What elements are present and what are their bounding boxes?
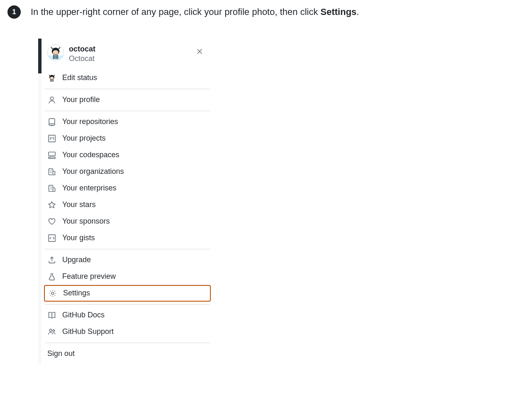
displayname: Octocat	[69, 54, 190, 63]
profile-menu-header: octocat Octocat	[41, 43, 213, 67]
menu-item-label: Your profile	[62, 95, 100, 104]
svg-point-2	[53, 50, 59, 54]
menu-item-label: Your codespaces	[62, 151, 119, 159]
username: octocat	[69, 44, 190, 54]
code-square-icon	[47, 234, 56, 243]
heart-icon	[47, 217, 56, 226]
repo-icon	[47, 117, 56, 127]
menu-item-label: Your organizations	[62, 167, 124, 176]
menu-item-your-gists[interactable]: Your gists	[41, 230, 213, 246]
svg-point-28	[49, 329, 52, 331]
upload-icon	[47, 256, 56, 265]
menu-item-label: Your sponsors	[62, 217, 110, 226]
svg-point-13	[51, 77, 51, 78]
step-text: In the upper-right corner of any page, c…	[31, 5, 359, 19]
person-icon	[47, 95, 56, 105]
menu-item-your-repositories[interactable]: Your repositories	[41, 114, 213, 130]
menu-item-github-docs[interactable]: GitHub Docs	[41, 307, 213, 324]
svg-rect-18	[53, 79, 54, 82]
menu-item-upgrade[interactable]: Upgrade	[41, 252, 213, 268]
svg-point-12	[50, 77, 54, 79]
organization-icon	[47, 184, 56, 193]
octocat-icon	[47, 73, 56, 83]
profile-menu-panel: octocat Octocat	[41, 39, 213, 364]
svg-point-27	[51, 292, 54, 295]
step-text-bold: Settings	[320, 7, 356, 17]
svg-rect-23	[49, 157, 55, 158]
star-icon	[47, 200, 56, 210]
close-button[interactable]	[195, 47, 204, 56]
menu-item-edit-status[interactable]: Edit status	[41, 70, 213, 86]
menu-item-your-profile[interactable]: Your profile	[41, 92, 213, 108]
menu-item-your-projects[interactable]: Your projects	[41, 130, 213, 147]
menu-item-label: Your stars	[62, 200, 95, 209]
profile-menu-screenshot: octocat Octocat	[38, 39, 525, 364]
menu-item-your-enterprises[interactable]: Your enterprises	[41, 180, 213, 197]
svg-rect-20	[49, 119, 55, 125]
menu-item-label: Edit status	[62, 73, 97, 82]
svg-rect-24	[49, 168, 53, 175]
screenshot-left-rail	[38, 39, 41, 364]
menu-item-label: Your repositories	[62, 117, 118, 126]
menu-item-label: GitHub Support	[62, 327, 114, 336]
menu-item-your-codespaces[interactable]: Your codespaces	[41, 147, 213, 163]
user-names: octocat Octocat	[69, 44, 190, 64]
step-text-after: .	[356, 7, 359, 17]
svg-rect-25	[49, 185, 53, 191]
svg-rect-7	[53, 55, 54, 59]
svg-rect-10	[57, 55, 58, 59]
menu-item-label: Upgrade	[62, 256, 91, 264]
octocat-avatar-icon	[49, 46, 63, 60]
close-icon	[196, 48, 203, 55]
menu-item-label: Your gists	[62, 234, 95, 242]
svg-rect-9	[56, 55, 57, 59]
menu-item-label: Your enterprises	[62, 184, 116, 192]
svg-point-5	[54, 52, 54, 52]
svg-point-19	[50, 97, 54, 100]
menu-item-github-support[interactable]: GitHub Support	[41, 324, 213, 340]
menu-item-your-stars[interactable]: Your stars	[41, 197, 213, 213]
menu-item-settings[interactable]: Settings	[44, 285, 211, 302]
project-icon	[47, 134, 56, 143]
book-icon	[47, 311, 56, 320]
organization-icon	[47, 167, 56, 176]
codespaces-icon	[47, 151, 56, 160]
step-number-badge: 1	[7, 5, 21, 19]
svg-rect-17	[52, 79, 52, 82]
svg-rect-0	[49, 56, 63, 60]
step-text-before: In the upper-right corner of any page, c…	[31, 7, 320, 17]
menu-item-sign-out[interactable]: Sign out	[41, 346, 213, 362]
menu-item-feature-preview[interactable]: Feature preview	[41, 268, 213, 285]
menu-item-label: GitHub Docs	[62, 311, 105, 319]
gear-icon	[48, 289, 57, 298]
svg-point-29	[53, 329, 55, 331]
svg-rect-8	[54, 55, 55, 59]
menu-item-label: Sign out	[47, 349, 75, 358]
people-icon	[47, 327, 56, 336]
svg-point-6	[56, 52, 57, 52]
beaker-icon	[47, 272, 56, 281]
menu-item-label: Feature preview	[62, 272, 116, 281]
svg-point-14	[52, 77, 53, 78]
svg-rect-22	[49, 152, 55, 156]
svg-rect-16	[51, 79, 52, 82]
menu-item-your-sponsors[interactable]: Your sponsors	[41, 213, 213, 230]
menu-item-label: Your projects	[62, 134, 105, 143]
svg-rect-15	[50, 79, 51, 82]
menu-item-label: Settings	[63, 289, 90, 297]
menu-item-your-organizations[interactable]: Your organizations	[41, 163, 213, 180]
instruction-step: 1 In the upper-right corner of any page,…	[7, 5, 525, 19]
avatar[interactable]	[47, 44, 64, 61]
